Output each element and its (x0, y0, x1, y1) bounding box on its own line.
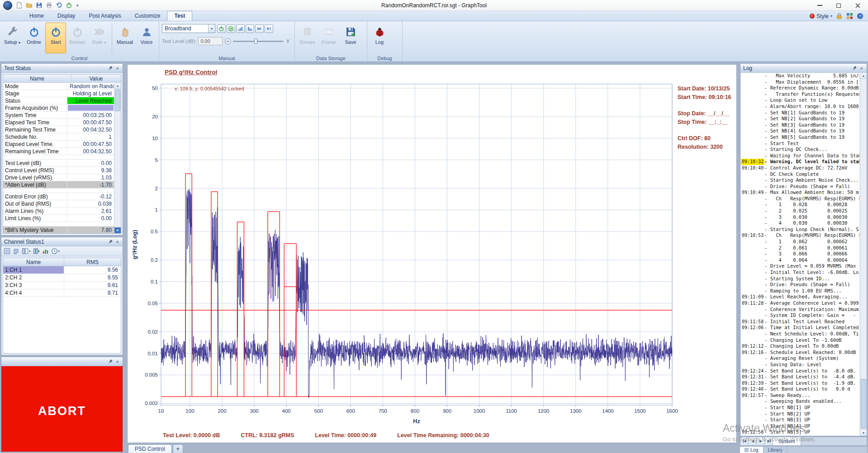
open-folder-icon[interactable] (25, 1, 33, 9)
clock-icon[interactable]: ▾ (51, 248, 60, 255)
test-status-row[interactable]: StageHolding at Level (3, 90, 114, 97)
ribbon-tab-customize[interactable]: Customize (128, 11, 167, 21)
online-button[interactable]: Online (24, 23, 44, 53)
test-level-slider[interactable] (233, 38, 284, 45)
test-status-row[interactable]: Control Level (RMS)9.38 (3, 167, 114, 174)
pin-icon[interactable] (107, 359, 114, 364)
test-status-row[interactable]: Drive Level (vRMS)1.03 (3, 174, 114, 181)
ribbon-tab-home[interactable]: Home (23, 11, 51, 21)
close-icon[interactable]: × (114, 66, 121, 71)
maximize-button[interactable] (829, 0, 848, 11)
test-status-row[interactable]: Control Error (dB)-0.12 (3, 193, 114, 200)
test-status-row[interactable]: Elapsed Level Time.00:00:47.50 (3, 141, 114, 148)
list-view-icon[interactable] (13, 248, 19, 255)
save-button[interactable]: Save (340, 23, 361, 53)
channel-row[interactable]: 3:CH 39.61 (3, 282, 121, 289)
test-status-row[interactable]: Remaining Test Time00:04:32.50 (3, 126, 114, 133)
test-status-row[interactable]: Out of Band (RMS)0.039 (3, 200, 114, 208)
test-status-row[interactable]: System Time00:03:25.00 (3, 112, 114, 119)
test-status-row[interactable]: Alarm Lines (%)2.61 (3, 208, 114, 215)
psd-chart[interactable]: 1010020030040050060070080090010001100120… (128, 65, 736, 443)
channel-row[interactable]: 4:CH 49.71 (3, 289, 121, 297)
minimize-button[interactable] (810, 0, 829, 11)
decrease-level-button[interactable] (224, 38, 231, 45)
test-status-row[interactable]: Elapsed Test Time00:00:47.50 (3, 119, 114, 126)
tab-system[interactable]: System (773, 437, 801, 445)
new-document-icon[interactable] (15, 1, 23, 9)
close-icon[interactable]: × (114, 239, 121, 245)
test-status-row[interactable]: Test Level (dB)0.00 (3, 160, 114, 167)
app-icon[interactable] (3, 1, 12, 10)
test-status-scrollbar[interactable]: ▲ ▼ (114, 83, 121, 233)
log-scrollbar[interactable]: ▲ ▼ (860, 73, 867, 436)
manual-step-down-button[interactable] (246, 24, 254, 33)
tab-psd-control[interactable]: PSD Control (128, 444, 172, 453)
dock-tab-library[interactable]: Library (764, 447, 787, 453)
nav-scroll-track[interactable] (801, 437, 867, 445)
grid-view-icon[interactable] (4, 248, 10, 255)
palette-icon[interactable] (846, 13, 853, 19)
log-button[interactable]: Log (369, 23, 390, 53)
test-status-row[interactable]: Remaining Level Time00:04:32.50 (3, 148, 114, 155)
help-icon[interactable]: ? (857, 13, 863, 19)
pin-icon[interactable] (107, 239, 114, 244)
scroll-down-icon[interactable]: ▼ (860, 429, 867, 436)
test-status-row[interactable]: StatusLevel Reached (3, 97, 114, 104)
setup-button[interactable]: Setup ▾ (2, 23, 23, 53)
test-status-row[interactable]: *Bill's Mystery Value7.80 (3, 226, 114, 234)
save-file-icon[interactable] (35, 1, 43, 9)
last-record-button[interactable] (765, 437, 773, 445)
test-status-row[interactable]: ModeRandom on Random (3, 83, 114, 90)
manual-next-button[interactable] (255, 24, 264, 33)
ribbon-tab-test[interactable]: Test (167, 11, 192, 21)
power-green-icon[interactable] (65, 1, 73, 9)
rate-button[interactable]: Rate ▾ (89, 23, 109, 53)
close-button[interactable] (848, 0, 867, 11)
slider-thumb[interactable] (254, 38, 257, 44)
start-button[interactable]: Start (45, 23, 66, 53)
qat-dropdown-icon[interactable]: ▾ (75, 3, 79, 8)
lock-icon[interactable] (836, 13, 843, 19)
undo-icon[interactable] (55, 1, 63, 9)
manual-hold-button[interactable] (227, 24, 235, 33)
scrollbar-thumb[interactable] (861, 379, 866, 429)
pin-icon[interactable] (107, 66, 114, 71)
abort-button[interactable]: ABORT (1, 366, 123, 452)
add-tab-button[interactable]: + (173, 444, 183, 453)
test-level-input[interactable] (198, 37, 223, 45)
close-icon[interactable]: × (858, 66, 865, 71)
columns-icon[interactable]: ▾ (22, 248, 31, 255)
prev-record-button[interactable] (749, 437, 757, 445)
test-status-row[interactable]: Frame Acquisition (%) (3, 104, 114, 112)
log-content[interactable]: - Max Velocity 5.885 in/se- Max Displace… (741, 73, 859, 436)
manual-button[interactable]: Manual (114, 23, 135, 53)
channel-row[interactable]: 1:CH 19.56 (3, 266, 121, 274)
restart-button[interactable]: Restart (67, 23, 88, 53)
scroll-down-icon[interactable]: ▼ (114, 227, 121, 233)
frame-button[interactable]: Frame (318, 23, 339, 53)
scroll-up-icon[interactable]: ▲ (860, 73, 867, 79)
dock-tab-log[interactable]: Log (740, 447, 764, 453)
test-status-row[interactable]: Limit Lines (%)0.00 (3, 215, 114, 222)
scrollbar-thumb[interactable] (115, 90, 120, 111)
style-dropdown[interactable]: Style ▾ (810, 13, 832, 19)
stream-button[interactable]: Stream (297, 23, 318, 53)
ribbon-tab-post-analysis[interactable]: Post Analysis (82, 11, 128, 21)
channel-row[interactable]: 2:CH 29.55 (3, 274, 121, 282)
print-icon[interactable] (45, 1, 53, 9)
close-icon[interactable]: × (114, 359, 121, 364)
insert-column-icon[interactable] (33, 248, 40, 255)
ribbon-tab-display[interactable]: Display (51, 11, 82, 21)
broadband-select[interactable]: Broadband ▾ (162, 24, 215, 33)
test-status-row[interactable]: *Atten Level (dB)-1.70 (3, 181, 114, 189)
bar-chart-icon[interactable] (42, 248, 49, 255)
next-record-button[interactable] (757, 437, 765, 445)
voice-button[interactable]: Voice (136, 23, 157, 53)
manual-run-button[interactable] (217, 24, 226, 33)
manual-step-up-button[interactable] (236, 24, 245, 33)
scroll-up-icon[interactable]: ▲ (114, 83, 121, 89)
test-status-row[interactable]: Schedule No.1 (3, 133, 114, 141)
manual-last-button[interactable] (265, 24, 273, 33)
pin-icon[interactable] (851, 66, 858, 71)
slider-dropdown-icon[interactable]: ⊽ (285, 38, 290, 44)
